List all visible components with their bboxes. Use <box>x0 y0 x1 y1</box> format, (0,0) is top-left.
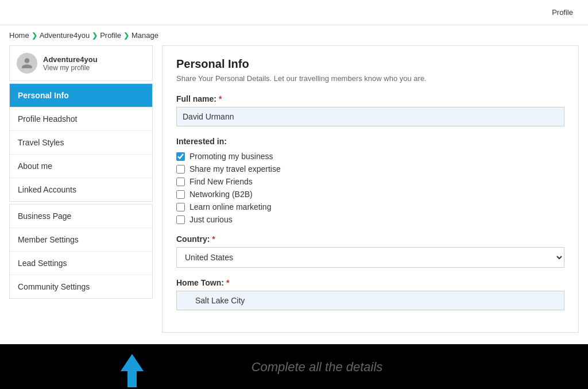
checkbox-promoting-input[interactable] <box>176 152 185 161</box>
sidebar-item-travel-styles[interactable]: Travel Styles <box>10 131 152 155</box>
sidebar-item-community-settings[interactable]: Community Settings <box>10 275 152 298</box>
nav-bar: Profile <box>0 0 588 25</box>
checkbox-travel-expertise-input[interactable] <box>176 165 185 174</box>
checkbox-new-friends: Find New Friends <box>176 177 564 186</box>
sidebar-item-linked-accounts[interactable]: Linked Accounts <box>10 178 152 201</box>
checkbox-new-friends-label: Find New Friends <box>189 177 253 186</box>
checkbox-travel-expertise: Share my travel expertise <box>176 164 564 174</box>
sidebar-item-personal-info[interactable]: Personal Info <box>10 84 152 107</box>
user-card: Adventure4you View my profile <box>9 45 153 81</box>
section-subtitle: Share Your Personal Details. Let our tra… <box>176 74 564 83</box>
avatar-icon <box>21 57 33 70</box>
breadcrumb-sep-2: ❯ <box>92 32 98 40</box>
checkbox-networking-label: Networking (B2B) <box>189 190 253 199</box>
country-label: Country: * <box>176 234 564 244</box>
checkbox-new-friends-input[interactable] <box>176 178 185 186</box>
main-content: Personal Info Share Your Personal Detail… <box>162 45 579 333</box>
interested-in-section: Interested in: Promoting my business Sha… <box>176 137 564 224</box>
scroll-up-arrow-stem <box>127 371 137 387</box>
breadcrumb-sep-3: ❯ <box>123 32 129 40</box>
nav-profile-link[interactable]: Profile <box>546 8 579 17</box>
checkbox-promoting: Promoting my business <box>176 152 564 161</box>
breadcrumb-home[interactable]: Home <box>9 31 29 40</box>
country-select[interactable]: United States United Kingdom Canada Aust… <box>176 247 564 268</box>
username-label: Adventure4you <box>43 55 98 64</box>
sidebar-item-business-page[interactable]: Business Page <box>10 205 152 228</box>
full-name-label: Full name: * <box>176 94 564 103</box>
breadcrumb-adventure4you[interactable]: Adventure4you <box>40 31 90 40</box>
interested-in-label: Interested in: <box>176 137 564 146</box>
bottom-area: Complete all the details <box>0 344 588 389</box>
checkbox-online-marketing-label: Learn online marketing <box>189 202 271 211</box>
checkbox-networking-input[interactable] <box>176 190 185 199</box>
sidebar-item-member-settings[interactable]: Member Settings <box>10 228 152 252</box>
main-layout: Adventure4you View my profile Personal I… <box>0 45 588 344</box>
section-title: Personal Info <box>176 57 564 71</box>
breadcrumb: Home ❯ Adventure4you ❯ Profile ❯ Manage <box>0 25 588 45</box>
checkbox-travel-expertise-label: Share my travel expertise <box>189 164 281 174</box>
view-profile-link[interactable]: View my profile <box>43 64 98 72</box>
country-required: * <box>212 234 215 244</box>
full-name-input[interactable] <box>176 107 564 126</box>
breadcrumb-manage: Manage <box>131 31 158 40</box>
avatar <box>17 53 37 74</box>
sidebar: Adventure4you View my profile Personal I… <box>9 45 153 333</box>
hometown-wrapper: 📍 <box>176 291 564 310</box>
bottom-text: Complete all the details <box>252 360 383 375</box>
checkbox-curious-input[interactable] <box>176 215 185 224</box>
sidebar-item-profile-headshot[interactable]: Profile Headshot <box>10 107 152 131</box>
hometown-label: Home Town: * <box>176 278 564 287</box>
checkbox-online-marketing: Learn online marketing <box>176 202 564 211</box>
sidebar-menu-group2: Business Page Member Settings Lead Setti… <box>9 204 153 299</box>
sidebar-item-lead-settings[interactable]: Lead Settings <box>10 252 152 275</box>
hometown-required: * <box>226 278 229 287</box>
user-info: Adventure4you View my profile <box>43 55 98 72</box>
checkbox-curious-label: Just curious <box>189 215 233 224</box>
checkbox-online-marketing-input[interactable] <box>176 203 185 211</box>
breadcrumb-profile[interactable]: Profile <box>100 31 121 40</box>
checkbox-curious: Just curious <box>176 215 564 224</box>
hometown-input[interactable] <box>176 291 564 310</box>
sidebar-item-about-me[interactable]: About me <box>10 155 152 178</box>
full-name-required: * <box>219 94 222 103</box>
breadcrumb-sep-1: ❯ <box>32 32 37 40</box>
checkbox-networking: Networking (B2B) <box>176 190 564 199</box>
scroll-up-arrow-top <box>121 354 144 371</box>
sidebar-menu-group1: Personal Info Profile Headshot Travel St… <box>9 83 153 202</box>
checkbox-promoting-label: Promoting my business <box>189 152 273 161</box>
